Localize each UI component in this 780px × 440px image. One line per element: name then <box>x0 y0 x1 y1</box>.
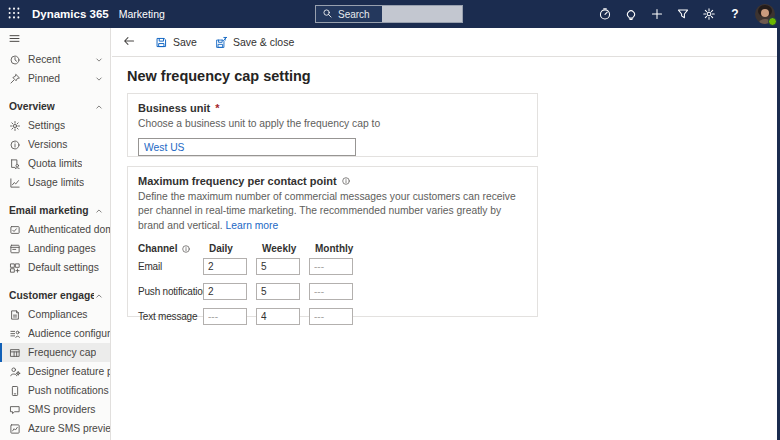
section-label: Overview <box>9 101 55 112</box>
sidebar-item-default-settings[interactable]: Default settings <box>0 258 110 277</box>
frequency-title-text: Maximum frequency per contact point <box>138 175 337 187</box>
sidebar-item-frequency-cap[interactable]: Frequency cap <box>0 343 110 362</box>
sidebar-item-label: Azure SMS preview <box>28 423 110 434</box>
sidebar-item-landing-pages[interactable]: Landing pages <box>0 239 110 258</box>
sidebar-item-settings[interactable]: Settings <box>0 116 110 135</box>
save-button-label: Save <box>173 36 197 48</box>
header-action-icons: ? <box>592 0 748 28</box>
lightbulb-icon[interactable] <box>618 0 644 28</box>
search-input-area[interactable] <box>382 6 462 22</box>
learn-more-link[interactable]: Learn more <box>226 220 279 231</box>
column-header-channel: Channel <box>138 243 203 254</box>
sidebar-item-designer-feature-pro[interactable]: Designer feature pro… <box>0 362 110 381</box>
person-gear-icon <box>9 366 21 378</box>
section-label: Customer engagement <box>9 290 94 301</box>
command-bar: Save Save & close <box>112 28 777 57</box>
sidebar-item-quota-limits[interactable]: Quota limits <box>0 154 110 173</box>
frequency-description-text: Define the maximum number of commercial … <box>138 191 516 231</box>
frequency-row-email: Email <box>138 254 527 279</box>
settings-gear-icon[interactable] <box>696 0 722 28</box>
business-unit-description: Choose a business unit to apply the freq… <box>138 117 527 131</box>
save-and-close-icon <box>215 36 228 49</box>
sidebar-item-label: Usage limits <box>28 177 84 188</box>
sidebar-item-versions[interactable]: Versions <box>0 135 110 154</box>
chart-icon <box>9 177 21 189</box>
page-title: New frequency cap setting <box>127 68 777 84</box>
info-icon[interactable] <box>181 244 191 254</box>
app-area[interactable]: Marketing <box>119 8 165 20</box>
sidebar-section-overview[interactable]: Overview <box>0 97 110 116</box>
filter-icon[interactable] <box>670 0 696 28</box>
frequency-section: Maximum frequency per contact point Defi… <box>127 166 538 317</box>
frequency-table-rows: EmailPush notificationText message <box>138 254 527 329</box>
app-launcher-waffle-icon[interactable] <box>0 0 28 28</box>
chevron-up-icon <box>94 291 104 301</box>
sidebar-item-compliances[interactable]: Compliances <box>0 305 110 324</box>
section-label: Email marketing <box>9 205 89 216</box>
chevron-down-icon <box>94 55 104 65</box>
channel-label: Text message <box>138 311 203 322</box>
push-notification-daily-input[interactable] <box>203 283 247 300</box>
business-unit-input[interactable] <box>138 138 356 156</box>
sidebar-item-recent[interactable]: Recent <box>0 50 110 69</box>
business-unit-section: Business unit* Choose a business unit to… <box>127 93 538 157</box>
sidebar-items: RecentPinnedOverviewSettingsVersionsQuot… <box>0 50 110 438</box>
email-monthly-input[interactable] <box>309 258 353 275</box>
save-and-close-label: Save & close <box>233 36 294 48</box>
audience-icon <box>9 328 21 340</box>
sidebar-item-label: Landing pages <box>28 243 96 254</box>
sidebar-item-pinned[interactable]: Pinned <box>0 69 110 88</box>
chat-icon <box>9 404 21 416</box>
sidebar-item-label: Settings <box>28 120 65 131</box>
business-unit-label: Business unit* <box>138 102 527 114</box>
push-notification-monthly-input[interactable] <box>309 283 353 300</box>
sitemap-collapse-button[interactable] <box>0 28 110 50</box>
info-icon[interactable] <box>341 176 351 186</box>
help-icon[interactable]: ? <box>722 0 748 28</box>
chevron-up-icon <box>94 206 104 216</box>
save-button[interactable]: Save <box>146 28 206 56</box>
global-search-box[interactable]: Search <box>315 5 463 23</box>
sidebar-section-customer-engagement[interactable]: Customer engagement <box>0 286 110 305</box>
app-name[interactable]: Dynamics 365 <box>32 8 109 20</box>
sidebar-item-usage-limits[interactable]: Usage limits <box>0 173 110 192</box>
save-icon <box>155 36 168 49</box>
email-daily-input[interactable] <box>203 258 247 275</box>
clock-icon <box>9 54 21 66</box>
chevron-down-icon <box>94 74 104 84</box>
required-marker: * <box>215 102 219 114</box>
presence-online-badge <box>768 17 777 26</box>
sidebar-item-label: Audience configurati… <box>28 328 110 339</box>
column-header-monthly: Monthly <box>309 243 355 254</box>
sidebar-item-push-notifications[interactable]: Push notifications <box>0 381 110 400</box>
info-icon <box>9 139 21 151</box>
sidebar-item-label: Recent <box>28 54 61 65</box>
sidebar-item-azure-sms-preview[interactable]: Azure SMS preview <box>0 419 110 438</box>
email-weekly-input[interactable] <box>256 258 300 275</box>
sidebar-item-sms-providers[interactable]: SMS providers <box>0 400 110 419</box>
business-unit-label-text: Business unit <box>138 102 210 114</box>
sidebar-item-label: SMS providers <box>28 404 96 415</box>
sidebar-section-email-marketing[interactable]: Email marketing <box>0 201 110 220</box>
save-and-close-button[interactable]: Save & close <box>206 28 303 56</box>
push-notification-weekly-input[interactable] <box>256 283 300 300</box>
phone-icon <box>9 385 21 397</box>
search-label-area: Search <box>316 6 382 22</box>
text-message-daily-input[interactable] <box>203 308 247 325</box>
back-button[interactable] <box>122 34 136 50</box>
add-icon[interactable] <box>644 0 670 28</box>
user-avatar[interactable] <box>755 4 775 24</box>
channel-label: Push notification <box>138 286 203 297</box>
search-placeholder: Search <box>338 9 370 20</box>
sidebar-item-label: Default settings <box>28 262 99 273</box>
frequency-table-header: ChannelDailyWeeklyMonthly <box>138 243 527 254</box>
text-message-weekly-input[interactable] <box>256 308 300 325</box>
sidebar-item-audience-configurati[interactable]: Audience configurati… <box>0 324 110 343</box>
gauge-icon[interactable] <box>592 0 618 28</box>
frequency-description: Define the maximum number of commercial … <box>138 190 527 233</box>
frequency-row-text-message: Text message <box>138 304 527 329</box>
sidebar-item-label: Quota limits <box>28 158 82 169</box>
preview-icon <box>9 423 21 435</box>
sidebar-item-authenticated-domai[interactable]: Authenticated domai… <box>0 220 110 239</box>
text-message-monthly-input[interactable] <box>309 308 353 325</box>
